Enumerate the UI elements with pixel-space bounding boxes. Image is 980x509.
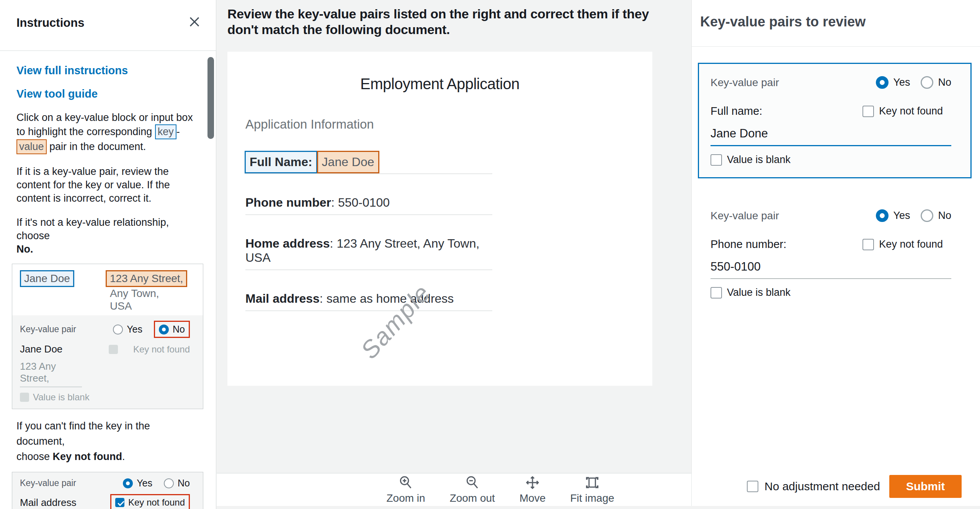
no-adjustment-checkbox[interactable] xyxy=(747,481,758,492)
document-preview[interactable]: Employment Application Application Infor… xyxy=(227,52,652,386)
value-is-blank-label: Value is blank xyxy=(33,392,90,403)
radio-unchecked-icon xyxy=(921,209,933,222)
example1-value-line3: USA xyxy=(106,300,187,312)
zoom-in-button[interactable]: Zoom in xyxy=(386,475,425,504)
instructions-header: Instructions xyxy=(0,0,216,51)
doc-field-key: Phone number xyxy=(245,196,331,209)
card2-kv-row: Key-value pair Yes No xyxy=(710,209,959,222)
document-field-row: Phone number:550-0100 xyxy=(245,196,492,215)
yes-radio-option[interactable]: Yes xyxy=(876,209,910,222)
yes-radio-option[interactable]: Yes xyxy=(876,76,910,89)
zoom-out-button[interactable]: Zoom out xyxy=(450,475,495,504)
key-value-pair-label: Key-value pair xyxy=(20,478,76,488)
paragraph-text: pair in the document. xyxy=(47,141,146,152)
task-heading: Review the key-value pairs listed on the… xyxy=(217,0,689,38)
example1-highlights: Jane Doe 123 Any Street, Any Town, USA xyxy=(12,264,203,315)
no-radio-option[interactable]: No xyxy=(921,76,951,89)
image-toolbar: Zoom in Zoom out Move Fit image xyxy=(217,473,691,506)
value-is-blank-label: Value is blank xyxy=(727,154,791,166)
example2-knf-group: Key not found xyxy=(110,494,190,509)
scrollbar-thumb[interactable] xyxy=(207,57,214,139)
zoom-in-icon xyxy=(398,475,413,490)
card2-value-input[interactable]: 550-0100 xyxy=(710,260,951,279)
doc-field-separator: : xyxy=(330,237,333,250)
doc-value-highlight[interactable]: Jane Doe xyxy=(317,151,379,173)
document-title: Employment Application xyxy=(227,52,652,93)
view-full-instructions-link[interactable]: View full instructions xyxy=(16,64,198,77)
yes-radio-option: Yes xyxy=(113,324,142,335)
tool-label: Zoom in xyxy=(386,492,425,504)
close-button[interactable] xyxy=(186,14,203,31)
yes-radio-option: Yes xyxy=(123,478,152,489)
radio-unchecked-icon xyxy=(164,478,174,488)
no-radio-label: No xyxy=(178,478,190,489)
card1-radio-group: Yes No xyxy=(876,76,951,89)
document-section-heading: Application Information xyxy=(245,117,652,132)
key-not-found-label: Key not found xyxy=(133,344,190,355)
no-radio-option: No xyxy=(159,324,185,335)
no-radio-option[interactable]: No xyxy=(921,209,951,222)
radio-unchecked-icon xyxy=(921,76,933,89)
instructions-paragraph-2: If it is a key-value pair, review the co… xyxy=(16,165,198,205)
review-footer: No adjustment needed Submit xyxy=(692,470,980,503)
doc-field-value: 550-0100 xyxy=(338,196,390,209)
tool-label: Move xyxy=(519,492,546,504)
kv-card-phone-number[interactable]: Key-value pair Yes No Phone number: Key … xyxy=(698,196,972,311)
doc-key-highlight[interactable]: Full Name: xyxy=(245,151,317,173)
submit-button[interactable]: Submit xyxy=(889,475,962,498)
doc-field-key: Mail address xyxy=(245,292,320,305)
example-key-not-found: Key-value pair Yes No Mail address Key n… xyxy=(12,472,203,509)
checkbox-unchecked-icon xyxy=(710,287,722,299)
key-not-found-option[interactable]: Key not found xyxy=(862,238,943,250)
yes-radio-label: Yes xyxy=(127,324,142,335)
key-chip-inline: key xyxy=(155,124,176,139)
radio-checked-icon xyxy=(159,325,169,334)
example2-key-text: Mail address xyxy=(20,497,76,509)
value-blank-option[interactable]: Value is blank xyxy=(710,287,959,299)
document-panel: Review the key-value pairs listed on the… xyxy=(217,0,691,509)
example1-key-row: Jane Doe Key not found xyxy=(20,343,195,355)
checkbox-unchecked-icon xyxy=(862,239,874,250)
instructions-panel: Instructions View full instructions View… xyxy=(0,0,216,509)
paragraph-bold: No. xyxy=(16,243,33,255)
tool-label: Zoom out xyxy=(450,492,495,504)
card1-kv-row: Key-value pair Yes No xyxy=(710,76,959,89)
instructions-paragraph-4: If you can't find the key in the documen… xyxy=(16,418,198,464)
yes-radio-label: Yes xyxy=(137,478,152,489)
example2-form: Key-value pair Yes No Mail address Key n… xyxy=(12,472,203,509)
instructions-scroll-area: View full instructions View tool guide C… xyxy=(0,51,216,509)
paragraph-text: choose xyxy=(16,451,53,462)
example1-value-line2: Any Town, xyxy=(106,287,187,300)
view-tool-guide-link[interactable]: View tool guide xyxy=(16,88,198,100)
red-annotation-box: No xyxy=(154,321,190,338)
no-radio-option: No xyxy=(164,478,190,489)
red-annotation-box: Key not found xyxy=(110,494,190,509)
example1-kv-row: Key-value pair Yes No xyxy=(20,321,195,338)
no-radio-label: No xyxy=(173,324,185,335)
kv-card-full-name[interactable]: Key-value pair Yes No Full name: Key not… xyxy=(698,63,972,178)
radio-checked-icon xyxy=(876,209,889,222)
value-blank-option[interactable]: Value is blank xyxy=(710,154,959,166)
example2-radio-group: Yes No xyxy=(123,478,190,489)
move-button[interactable]: Move xyxy=(519,475,546,504)
instructions-title: Instructions xyxy=(16,16,84,30)
checkbox-disabled-icon xyxy=(20,393,29,402)
card1-value-input[interactable]: Jane Done xyxy=(710,127,951,146)
paragraph-text: . xyxy=(122,451,125,462)
checkbox-checked-icon xyxy=(115,498,124,507)
checkbox-unchecked-icon xyxy=(710,154,722,166)
no-radio-label: No xyxy=(938,210,951,222)
example1-value-column: 123 Any Street, Any Town, USA xyxy=(106,270,187,312)
key-not-found-option[interactable]: Key not found xyxy=(862,105,943,117)
example1-radio-group: Yes No xyxy=(113,321,190,338)
card1-key-label: Full name: xyxy=(710,105,762,117)
fit-image-button[interactable]: Fit image xyxy=(570,475,614,504)
no-radio-label: No xyxy=(938,77,951,88)
paragraph-text: If you can't find the key in the documen… xyxy=(16,420,150,447)
example-not-key-value: Jane Doe 123 Any Street, Any Town, USA K… xyxy=(12,264,203,409)
key-value-pair-label: Key-value pair xyxy=(710,210,779,222)
review-panel: Key-value pairs to review Key-value pair… xyxy=(691,0,980,506)
yes-radio-label: Yes xyxy=(893,210,910,222)
example1-form: Key-value pair Yes No Jane Doe Key not f… xyxy=(12,315,203,409)
key-value-pair-label: Key-value pair xyxy=(710,77,779,89)
